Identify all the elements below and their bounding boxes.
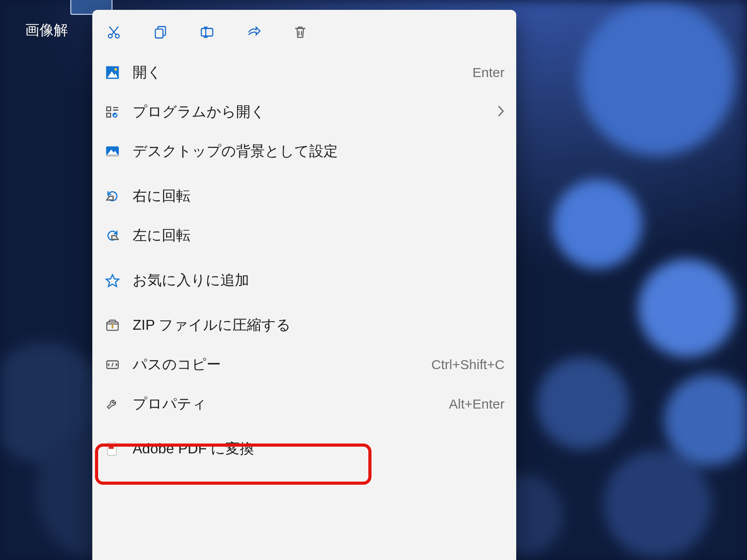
menu-item-properties[interactable]: プロパティ Alt+Enter xyxy=(92,384,516,424)
menu-item-label: お気に入りに追加 xyxy=(133,271,249,290)
menu-item-add-favorites[interactable]: お気に入りに追加 xyxy=(92,261,516,300)
menu-item-shortcut: Alt+Enter xyxy=(449,396,505,412)
context-menu: 開く Enter プログラムから開く デスクトップの背景として設定 右に回転 xyxy=(92,10,516,560)
desktop-file-label[interactable]: 画像解 xyxy=(25,21,68,40)
menu-item-shortcut: Ctrl+Shift+C xyxy=(432,357,505,372)
menu-item-label: ZIP ファイルに圧縮する xyxy=(133,315,291,335)
copy-path-icon xyxy=(104,356,121,373)
share-icon xyxy=(246,25,261,42)
svg-rect-9 xyxy=(107,113,111,117)
rename-button[interactable] xyxy=(197,23,217,43)
context-menu-toolbar xyxy=(92,14,516,53)
svg-rect-8 xyxy=(107,107,111,111)
copy-icon xyxy=(153,25,168,42)
menu-item-label: 左に回転 xyxy=(133,226,190,246)
menu-item-open[interactable]: 開く Enter xyxy=(92,53,516,92)
menu-item-label: 開く xyxy=(133,63,162,82)
svg-rect-4 xyxy=(201,29,213,36)
svg-point-7 xyxy=(114,68,117,71)
cut-button[interactable] xyxy=(104,23,124,43)
delete-icon xyxy=(293,25,308,42)
menu-item-rotate-left[interactable]: 左に回転 xyxy=(92,216,516,255)
copy-button[interactable] xyxy=(151,23,170,43)
menu-item-label: 右に回転 xyxy=(133,186,190,206)
menu-item-convert-pdf[interactable]: Adobe PDF に変換 xyxy=(92,429,516,469)
share-button[interactable] xyxy=(244,23,263,43)
menu-item-label: Adobe PDF に変換 xyxy=(133,439,254,459)
svg-marker-14 xyxy=(107,196,113,200)
menu-item-rotate-right[interactable]: 右に回転 xyxy=(92,177,516,216)
menu-item-open-with[interactable]: プログラムから開く xyxy=(92,92,516,132)
menu-item-label: デスクトップの背景として設定 xyxy=(133,142,338,161)
svg-marker-16 xyxy=(106,275,119,286)
cut-icon xyxy=(106,25,121,42)
open-with-icon xyxy=(104,103,121,121)
menu-item-copy-path[interactable]: パスのコピー Ctrl+Shift+C xyxy=(92,345,516,384)
svg-rect-20 xyxy=(109,444,114,449)
menu-item-compress-zip[interactable]: ZIP ファイルに圧縮する xyxy=(92,306,516,345)
svg-point-1 xyxy=(116,34,120,38)
star-icon xyxy=(104,272,121,289)
delete-button[interactable] xyxy=(290,23,310,43)
pdf-icon xyxy=(104,440,121,457)
rotate-left-icon xyxy=(104,227,121,244)
menu-item-label: パスのコピー xyxy=(133,355,221,375)
photo-icon xyxy=(104,64,121,81)
menu-item-set-background[interactable]: デスクトップの背景として設定 xyxy=(92,132,516,171)
svg-point-0 xyxy=(108,34,112,38)
svg-rect-3 xyxy=(155,29,163,38)
zip-icon xyxy=(104,317,121,334)
rename-icon xyxy=(199,25,215,42)
rotate-right-icon xyxy=(104,188,121,205)
svg-rect-13 xyxy=(106,155,119,156)
menu-item-label: プログラムから開く xyxy=(133,102,265,122)
menu-item-shortcut: Enter xyxy=(472,65,505,80)
menu-item-label: プロパティ xyxy=(133,394,207,414)
wrench-icon xyxy=(104,396,121,413)
svg-point-10 xyxy=(112,112,117,117)
chevron-right-icon xyxy=(497,105,505,119)
wallpaper-icon xyxy=(104,143,121,160)
